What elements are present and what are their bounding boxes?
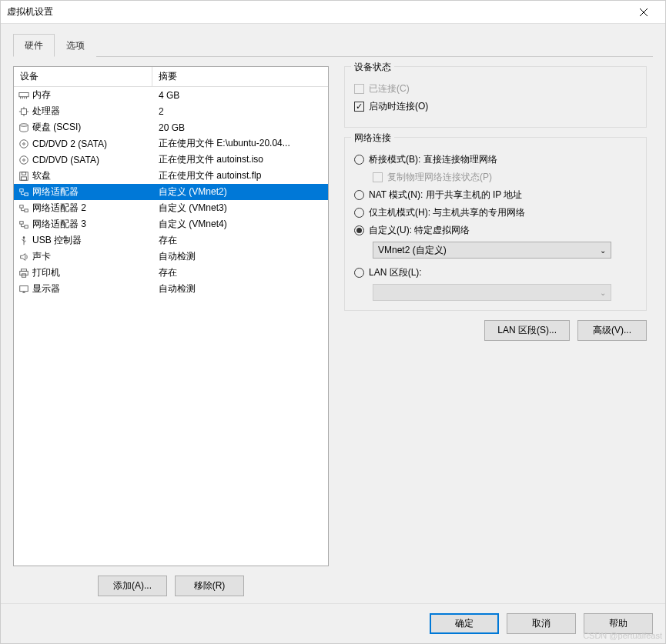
column-summary[interactable]: 摘要 bbox=[152, 67, 328, 86]
tab-options[interactable]: 选项 bbox=[55, 34, 96, 57]
checkbox-icon bbox=[354, 84, 364, 94]
device-row[interactable]: 打印机存在 bbox=[14, 265, 328, 281]
device-name: 网络适配器 2 bbox=[31, 202, 152, 215]
network-legend: 网络连接 bbox=[351, 132, 394, 145]
device-name: 软盘 bbox=[31, 169, 152, 182]
radio-icon bbox=[354, 225, 364, 235]
radio-hostonly-label: 仅主机模式(H): 与主机共享的专用网络 bbox=[369, 206, 525, 219]
device-name: 硬盘 (SCSI) bbox=[31, 121, 152, 134]
radio-nat-label: NAT 模式(N): 用于共享主机的 IP 地址 bbox=[369, 189, 522, 202]
device-row[interactable]: 声卡自动检测 bbox=[14, 249, 328, 265]
device-row[interactable]: 内存4 GB bbox=[14, 87, 328, 103]
ok-button[interactable]: 确定 bbox=[430, 613, 499, 634]
check-connected-label: 已连接(C) bbox=[369, 82, 410, 95]
svg-point-12 bbox=[20, 123, 28, 126]
cpu-icon bbox=[17, 105, 31, 118]
radio-custom[interactable]: 自定义(U): 特定虚拟网络 bbox=[354, 224, 637, 237]
remove-button[interactable]: 移除(R) bbox=[175, 576, 244, 596]
custom-vmnet-select[interactable]: VMnet2 (自定义) ⌄ bbox=[373, 242, 611, 259]
device-row[interactable]: 硬盘 (SCSI)20 GB bbox=[14, 119, 328, 135]
radio-lan[interactable]: LAN 区段(L): bbox=[354, 266, 637, 279]
device-row[interactable]: CD/DVD (SATA)正在使用文件 autoinst.iso bbox=[14, 152, 328, 168]
checkbox-icon bbox=[354, 102, 364, 112]
vm-settings-dialog: 虚拟机设置 硬件 选项 设备 摘要 内存4 GB处理器2硬盘 (SCSI)20 … bbox=[0, 0, 666, 644]
content: 设备 摘要 内存4 GB处理器2硬盘 (SCSI)20 GBCD/DVD 2 (… bbox=[13, 57, 653, 606]
device-name: CD/DVD 2 (SATA) bbox=[31, 138, 152, 149]
svg-rect-7 bbox=[22, 108, 27, 114]
column-device[interactable]: 设备 bbox=[14, 67, 152, 86]
display-icon bbox=[17, 283, 31, 295]
cd-icon bbox=[17, 138, 31, 150]
device-summary: 正在使用文件 autoinst.flp bbox=[152, 169, 328, 182]
device-summary: 20 GB bbox=[152, 122, 328, 133]
tabs: 硬件 选项 bbox=[13, 33, 653, 57]
advanced-button[interactable]: 高级(V)... bbox=[577, 320, 647, 341]
radio-icon bbox=[354, 155, 364, 165]
check-replicate-label: 复制物理网络连接状态(P) bbox=[387, 171, 492, 184]
svg-point-13 bbox=[20, 139, 28, 148]
right-pane: 设备状态 已连接(C) 启动时连接(O) 网络连接 桥接模式(B): 直接连接物… bbox=[344, 66, 653, 606]
device-list: 设备 摘要 内存4 GB处理器2硬盘 (SCSI)20 GBCD/DVD 2 (… bbox=[13, 66, 329, 566]
device-summary: 自定义 (VMnet2) bbox=[152, 185, 328, 199]
radio-bridged[interactable]: 桥接模式(B): 直接连接物理网络 bbox=[354, 153, 637, 166]
help-button[interactable]: 帮助 bbox=[584, 613, 653, 634]
device-row[interactable]: CD/DVD 2 (SATA)正在使用文件 E:\ubuntu-20.04... bbox=[14, 135, 328, 152]
window-title: 虚拟机设置 bbox=[7, 5, 628, 18]
net-icon bbox=[17, 186, 31, 199]
cd-icon bbox=[17, 154, 31, 166]
left-pane: 设备 摘要 内存4 GB处理器2硬盘 (SCSI)20 GBCD/DVD 2 (… bbox=[13, 66, 329, 606]
device-summary: 存在 bbox=[152, 234, 328, 247]
add-button[interactable]: 添加(A)... bbox=[98, 576, 167, 596]
device-name: 显示器 bbox=[31, 282, 152, 295]
radio-icon bbox=[354, 208, 364, 218]
svg-rect-29 bbox=[20, 271, 28, 275]
check-connected: 已连接(C) bbox=[354, 82, 637, 95]
radio-bridged-label: 桥接模式(B): 直接连接物理网络 bbox=[369, 153, 497, 166]
device-name: 声卡 bbox=[31, 250, 152, 263]
chevron-down-icon: ⌄ bbox=[600, 289, 606, 297]
close-icon bbox=[640, 8, 648, 16]
close-button[interactable] bbox=[628, 1, 659, 24]
radio-icon bbox=[354, 190, 364, 200]
device-row[interactable]: 显示器自动检测 bbox=[14, 281, 328, 297]
device-summary: 自动检测 bbox=[152, 282, 328, 295]
group-device-status: 设备状态 已连接(C) 启动时连接(O) bbox=[344, 66, 647, 128]
memory-icon bbox=[17, 89, 31, 102]
net-icon bbox=[17, 202, 31, 215]
floppy-icon bbox=[17, 170, 31, 182]
radio-hostonly[interactable]: 仅主机模式(H): 与主机共享的专用网络 bbox=[354, 206, 637, 219]
device-row[interactable]: 软盘正在使用文件 autoinst.flp bbox=[14, 168, 328, 184]
lan-segment-select: ⌄ bbox=[373, 284, 611, 301]
svg-rect-31 bbox=[20, 285, 28, 291]
device-row[interactable]: 处理器2 bbox=[14, 103, 328, 119]
check-connect-on-power[interactable]: 启动时连接(O) bbox=[354, 100, 637, 113]
svg-rect-24 bbox=[20, 221, 23, 224]
device-row[interactable]: 网络适配器 3自定义 (VMnet4) bbox=[14, 216, 328, 232]
titlebar: 虚拟机设置 bbox=[1, 1, 665, 24]
radio-custom-label: 自定义(U): 特定虚拟网络 bbox=[369, 224, 470, 237]
lan-segments-button[interactable]: LAN 区段(S)... bbox=[484, 320, 570, 341]
device-name: CD/DVD (SATA) bbox=[31, 155, 152, 165]
svg-point-16 bbox=[23, 158, 25, 161]
hdd-icon bbox=[17, 122, 31, 134]
custom-vmnet-value: VMnet2 (自定义) bbox=[378, 244, 447, 257]
device-summary: 自定义 (VMnet4) bbox=[152, 218, 328, 231]
device-summary: 正在使用文件 autoinst.iso bbox=[152, 153, 328, 166]
net-icon bbox=[17, 219, 31, 231]
device-row[interactable]: 网络适配器 2自定义 (VMnet3) bbox=[14, 200, 328, 216]
checkbox-icon bbox=[373, 172, 383, 182]
svg-point-14 bbox=[23, 142, 25, 145]
cancel-button[interactable]: 取消 bbox=[507, 613, 576, 634]
radio-nat[interactable]: NAT 模式(N): 用于共享主机的 IP 地址 bbox=[354, 189, 637, 202]
device-rows: 内存4 GB处理器2硬盘 (SCSI)20 GBCD/DVD 2 (SATA)正… bbox=[14, 87, 328, 297]
footer: 确定 取消 帮助 bbox=[1, 603, 665, 643]
device-row[interactable]: USB 控制器存在 bbox=[14, 232, 328, 249]
svg-rect-25 bbox=[25, 225, 28, 228]
device-name: 处理器 bbox=[31, 105, 152, 118]
device-summary: 2 bbox=[152, 106, 328, 117]
svg-rect-2 bbox=[19, 92, 28, 96]
device-row[interactable]: 网络适配器自定义 (VMnet2) bbox=[14, 184, 328, 200]
tab-hardware[interactable]: 硬件 bbox=[13, 34, 55, 57]
radio-lan-label: LAN 区段(L): bbox=[369, 266, 422, 279]
sound-icon bbox=[17, 251, 31, 263]
